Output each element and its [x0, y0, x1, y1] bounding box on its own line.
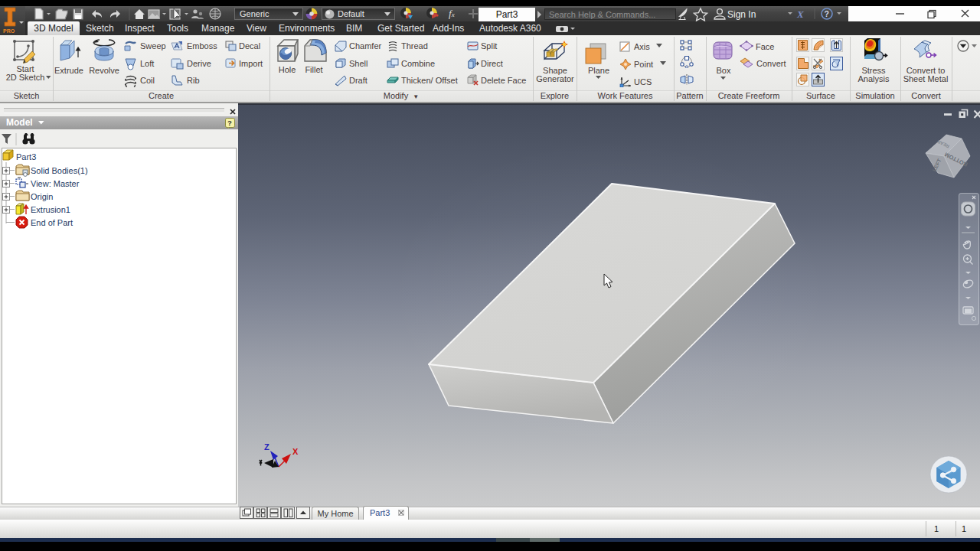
svg-text:X: X [292, 447, 299, 456]
svg-text:Z: Z [264, 442, 270, 452]
svg-text:X: X [796, 8, 804, 20]
svg-text:?: ? [825, 9, 829, 18]
svg-text:PRO: PRO [3, 28, 15, 34]
svg-text:Sign In: Sign In [727, 9, 756, 20]
svg-text:?: ? [227, 119, 232, 127]
